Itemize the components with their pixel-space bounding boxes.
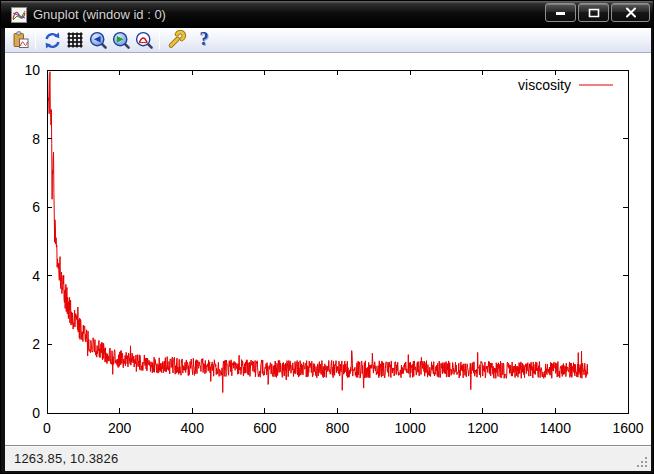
y-tick-label: 2 bbox=[32, 336, 40, 352]
minimize-icon bbox=[555, 8, 567, 17]
maximize-icon bbox=[588, 7, 600, 18]
zoom-next-icon bbox=[112, 31, 131, 50]
resize-grip-icon[interactable] bbox=[636, 456, 649, 469]
y-tick-label: 6 bbox=[32, 199, 40, 215]
replot-button[interactable] bbox=[41, 29, 63, 51]
plot-canvas[interactable]: 020040060080010001200140016000246810visc… bbox=[5, 53, 651, 445]
x-tick-label: 1400 bbox=[540, 420, 571, 436]
copy-to-clipboard-button[interactable] bbox=[9, 29, 31, 51]
x-tick-label: 800 bbox=[326, 420, 350, 436]
minimize-button[interactable] bbox=[545, 3, 576, 22]
unzoom-button[interactable] bbox=[133, 29, 155, 51]
x-tick-label: 1200 bbox=[467, 420, 498, 436]
plot-area[interactable]: 020040060080010001200140016000246810visc… bbox=[5, 53, 651, 445]
x-tick-label: 200 bbox=[108, 420, 132, 436]
unzoom-icon bbox=[135, 31, 154, 50]
close-button[interactable] bbox=[611, 3, 650, 22]
zoom-previous-icon bbox=[89, 31, 108, 50]
toggle-grid-button[interactable] bbox=[64, 29, 86, 51]
copy-to-clipboard-icon bbox=[11, 31, 30, 50]
title-bar[interactable]: Gnuplot (window id : 0) bbox=[1, 1, 654, 28]
x-tick-label: 0 bbox=[43, 420, 51, 436]
help-icon: ? ? bbox=[195, 30, 213, 50]
window-title: Gnuplot (window id : 0) bbox=[33, 7, 166, 22]
legend-label: viscosity bbox=[518, 77, 571, 93]
toolbar-separator bbox=[35, 31, 36, 49]
replot-icon bbox=[43, 31, 62, 50]
zoom-next-button[interactable] bbox=[110, 29, 132, 51]
y-tick-label: 0 bbox=[32, 405, 40, 421]
status-bar: 1263.85, 10.3826 bbox=[5, 445, 651, 471]
x-tick-label: 600 bbox=[253, 420, 277, 436]
help-button[interactable]: ? ? bbox=[193, 29, 215, 51]
toolbar: ? ? bbox=[5, 28, 651, 53]
zoom-previous-button[interactable] bbox=[87, 29, 109, 51]
gnuplot-window: Gnuplot (window id : 0) bbox=[0, 0, 654, 474]
cursor-coordinates: 1263.85, 10.3826 bbox=[5, 451, 118, 466]
maximize-button[interactable] bbox=[578, 3, 609, 22]
y-tick-label: 10 bbox=[24, 62, 40, 78]
y-tick-label: 4 bbox=[32, 268, 40, 284]
grid-icon bbox=[66, 31, 84, 49]
window-controls bbox=[545, 3, 650, 22]
x-tick-label: 1600 bbox=[612, 420, 643, 436]
options-button[interactable] bbox=[165, 29, 187, 51]
x-tick-label: 1000 bbox=[395, 420, 426, 436]
close-icon bbox=[625, 7, 637, 18]
toolbar-separator bbox=[159, 31, 160, 49]
svg-text:?: ? bbox=[200, 30, 209, 49]
options-wrench-icon bbox=[166, 30, 186, 50]
gnuplot-logo-icon bbox=[11, 7, 27, 23]
y-tick-label: 8 bbox=[32, 131, 40, 147]
x-tick-label: 400 bbox=[181, 420, 205, 436]
